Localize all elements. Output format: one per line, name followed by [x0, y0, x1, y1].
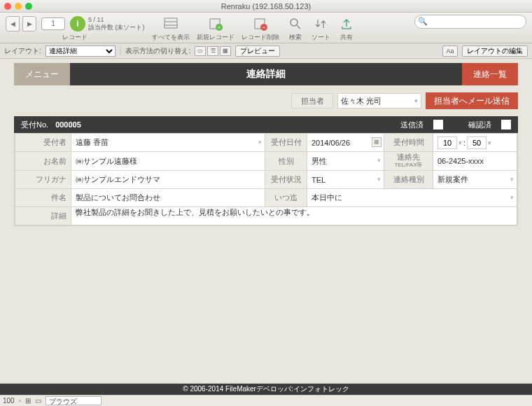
receipt-no: 000005: [55, 120, 81, 129]
svg-point-9: [290, 19, 298, 26]
view-list-icon[interactable]: ☰: [207, 46, 218, 56]
when-field[interactable]: 本日中に: [307, 189, 517, 207]
receiver-label: 受付者: [15, 134, 71, 152]
record-count: 5 / 11: [88, 16, 145, 24]
furigana-field[interactable]: ㈱サンプルエンドウサマ: [71, 171, 265, 189]
assignee-row: 担当者 佐々木 光司 担当者へメール送信: [14, 92, 518, 109]
zoom-in-icon[interactable]: ⊞: [25, 397, 31, 405]
search-label: 検索: [289, 33, 302, 42]
name-field[interactable]: ㈱サンプル遠藤様: [71, 152, 265, 171]
share-label: 共有: [340, 33, 353, 42]
svg-text:+: +: [217, 24, 220, 31]
sort-group[interactable]: ソート: [312, 15, 330, 42]
share-group[interactable]: 共有: [337, 15, 356, 42]
sent-checkbox[interactable]: [433, 120, 443, 130]
svg-rect-0: [164, 18, 177, 28]
format-bar: レイアウト: 連絡詳細 | 表示方法の切り替え: ▭ ☰ ▦ プレビュー Aa …: [0, 43, 532, 59]
type-field[interactable]: 新規案件: [433, 171, 517, 189]
mode-select[interactable]: ブラウズ: [46, 396, 102, 405]
contact-form: 受付者 遠藤 香苗 受付日付 2014/06/26▦ 受付時間 ▾ : ▾ お名…: [14, 133, 518, 226]
gender-label: 性別: [265, 152, 307, 171]
when-label: いつ迄: [265, 189, 307, 207]
layout-label: レイアウト:: [4, 46, 41, 56]
view-switch-label: 表示方法の切り替え:: [125, 46, 190, 56]
contact-field[interactable]: 06-2425-xxxx: [433, 152, 517, 171]
receipt-bar: 受付No. 000005 送信済 確認済: [14, 116, 518, 133]
receiver-field[interactable]: 遠藤 香苗: [71, 134, 265, 152]
show-all-icon[interactable]: [162, 15, 180, 33]
toolbar: ◀ ▶ 1 i 5 / 11 該当件数 (未ソート) レコード すべてを表示 +…: [0, 13, 532, 43]
delete-record-label: レコード削除: [241, 33, 279, 42]
toolbar-toggle-icon[interactable]: ▭: [35, 397, 41, 405]
new-record-icon[interactable]: +: [206, 15, 225, 33]
view-table-icon[interactable]: ▦: [220, 46, 231, 56]
date-field[interactable]: 2014/06/26▦: [307, 134, 384, 152]
delete-record-group[interactable]: − レコード削除: [241, 15, 279, 42]
calendar-icon[interactable]: ▦: [372, 137, 382, 147]
layout-select[interactable]: 連絡詳細: [46, 46, 115, 57]
status-bar: 100 ▫ ⊞ ▭ ブラウズ: [0, 395, 532, 406]
record-number-field[interactable]: 1: [41, 18, 65, 30]
confirmed-checkbox[interactable]: [501, 120, 511, 130]
time-min-input[interactable]: [467, 136, 486, 149]
confirmed-label: 確認済: [468, 120, 491, 130]
detail-field[interactable]: 弊社製品の詳細をお聞きした上で、見積をお願いしたいとの事です。: [71, 207, 517, 225]
assignee-select[interactable]: 佐々木 光司: [337, 93, 421, 108]
new-record-label: 新規レコード: [197, 33, 234, 42]
record-info: 5 / 11 該当件数 (未ソート): [88, 16, 145, 31]
quick-search: 🔍: [414, 15, 526, 29]
new-record-group[interactable]: + 新規レコード: [197, 15, 234, 42]
share-icon[interactable]: [337, 15, 356, 33]
delete-record-icon[interactable]: −: [251, 15, 270, 33]
window-title: Renraku (192.168.50.123): [0, 2, 532, 10]
show-all-group[interactable]: すべてを表示: [152, 15, 190, 42]
view-mode-buttons: ▭ ☰ ▦: [195, 46, 231, 56]
menu-button[interactable]: メニュー: [14, 63, 70, 85]
titlebar: Renraku (192.168.50.123): [0, 0, 532, 13]
record-status: 該当件数 (未ソート): [88, 24, 145, 31]
assignee-label: 担当者: [291, 93, 333, 108]
status-field[interactable]: TEL: [307, 171, 384, 189]
svg-line-10: [297, 25, 300, 29]
furigana-label: フリガナ: [15, 171, 71, 189]
record-nav-group: ◀ ▶ 1 i 5 / 11 該当件数 (未ソート) レコード: [6, 15, 145, 42]
search-icon[interactable]: [286, 15, 304, 33]
record-label: レコード: [62, 33, 88, 42]
sort-label: ソート: [312, 33, 330, 42]
receipt-no-label: 受付No.: [21, 120, 48, 130]
send-mail-button[interactable]: 担当者へメール送信: [426, 92, 518, 109]
sort-icon[interactable]: [312, 15, 330, 33]
date-label: 受付日付: [265, 134, 307, 152]
page-title: 連絡詳細: [70, 63, 462, 85]
format-aa-button[interactable]: Aa: [442, 46, 458, 57]
subject-label: 件名: [15, 189, 71, 207]
type-label: 連絡種別: [384, 171, 433, 189]
preview-button[interactable]: プレビュー: [235, 46, 280, 57]
edit-layout-button[interactable]: レイアウトの編集: [462, 46, 528, 57]
info-icon[interactable]: i: [70, 16, 85, 31]
time-hour-input[interactable]: [438, 136, 457, 149]
page-header: メニュー 連絡詳細 連絡一覧: [14, 63, 518, 85]
show-all-label: すべてを表示: [152, 33, 190, 42]
contact-label: 連絡先TEL/FAX等: [384, 152, 433, 171]
prev-record-button[interactable]: ◀: [6, 16, 20, 31]
zoom-out-icon[interactable]: ▫: [19, 397, 22, 405]
footer-copyright: © 2006-2014 FileMakerデベロッパ:インフォトレック: [0, 384, 532, 395]
assignee-value: 佐々木 光司: [341, 96, 382, 106]
search-group[interactable]: 検索: [286, 15, 304, 42]
next-record-button[interactable]: ▶: [22, 16, 36, 31]
time-label: 受付時間: [384, 134, 433, 152]
zoom-level[interactable]: 100: [3, 397, 15, 405]
svg-text:−: −: [262, 24, 265, 31]
gender-field[interactable]: 男性: [307, 152, 384, 171]
magnifier-icon: 🔍: [418, 17, 428, 26]
time-field[interactable]: ▾ : ▾: [433, 134, 517, 152]
sent-label: 送信済: [400, 120, 424, 130]
view-form-icon[interactable]: ▭: [195, 46, 206, 56]
contact-list-button[interactable]: 連絡一覧: [462, 63, 518, 85]
detail-label: 詳細: [15, 207, 71, 225]
subject-field[interactable]: 製品についてお問合わせ: [71, 189, 265, 207]
status-label: 受付状況: [265, 171, 307, 189]
quick-search-input[interactable]: [414, 15, 526, 29]
name-label: お名前: [15, 152, 71, 171]
